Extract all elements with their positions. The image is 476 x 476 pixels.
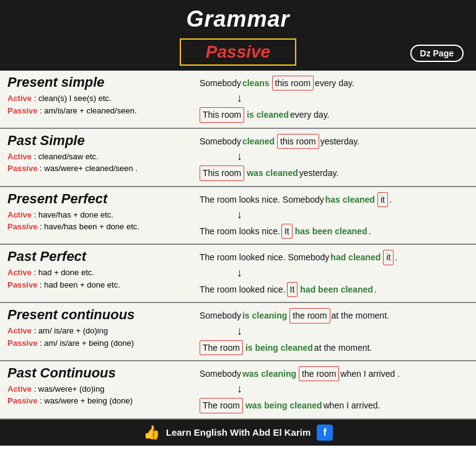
active-label: Active [7,326,32,335]
section-past-continuous: Past ContinuousActive : was/were+ (do)in… [0,361,476,420]
passive-rule-text: : was/were + being (done) [37,396,133,405]
passive-label: Passive [7,338,37,348]
passive-label: Passive [7,106,37,115]
active-rule-text: : had + done etc. [32,268,94,277]
passive-rule-text: : had been + done etc. [37,280,120,289]
active-rule-text: : was/were+ (do)ing [32,384,104,394]
active-rule-present-continuous: Active : am/ is/are + (do)ing [7,325,187,337]
active-example-past-continuous: Somebody was cleaning the room when I ar… [200,366,469,381]
footer: 👍 Learn English With Abd El Karim f [0,420,476,446]
active-rule-text: : clean(s) I see(s) etc. [32,94,112,103]
active-example-present-simple: Somebody cleans this room every day. [200,76,469,90]
passive-rule-text: : am/ is/are + being (done) [37,338,134,348]
section-title-present-continuous: Present continuous [7,307,187,323]
arrow-present-continuous: ↓ [237,325,469,338]
arrow-present-simple: ↓ [237,92,469,105]
active-example-present-perfect: The room looks nice. Somebody has cleane… [200,192,469,207]
passive-rule-past-continuous: Passive : was/were + being (done) [7,395,187,407]
section-title-past-simple: Past Simple [7,133,187,149]
active-label: Active [7,94,32,103]
passive-example-past-simple: This room was cleaned yesterday. [200,165,469,180]
left-col-present-continuous: Present continuousActive : am/ is/are + … [7,307,193,349]
footer-label: Learn English With Abd El Karim [166,427,311,438]
active-rule-text: : cleaned/saw etc. [32,152,99,161]
passive-rule-present-simple: Passive : am/is/are + cleaned/seen. [7,105,187,117]
passive-rule-past-simple: Passive : was/were+ cleaned/seen . [7,162,187,175]
active-example-present-continuous: Somebody is cleaning the room at the mom… [200,308,469,323]
section-title-past-perfect: Past Perfect [7,249,187,265]
active-rule-past-simple: Active : cleaned/saw etc. [7,151,187,163]
active-example-past-simple: Somebody cleaned this room yesterday. [200,134,469,149]
right-col-present-simple: Somebody cleans this room every day.↓Thi… [193,74,469,124]
section-present-perfect: Present PerfectActive : have/has + done … [0,187,476,245]
left-col-past-continuous: Past ContinuousActive : was/were+ (do)in… [7,365,193,407]
section-title-present-perfect: Present Perfect [7,191,187,207]
passive-example-present-perfect: The room looks nice. It has been cleaned… [200,224,469,239]
passive-box: Passive [180,38,296,66]
content: Present simpleActive : clean(s) I see(s)… [0,71,476,420]
right-col-present-perfect: The room looks nice. Somebody has cleane… [193,191,469,240]
arrow-past-continuous: ↓ [237,382,469,395]
dz-page-badge: Dz Page [410,45,464,62]
active-rule-past-continuous: Active : was/were+ (do)ing [7,383,187,395]
passive-label: Passive [7,164,37,173]
passive-rule-text: : was/were+ cleaned/seen . [37,164,138,173]
section-title-present-simple: Present simple [7,74,187,90]
arrow-past-simple: ↓ [237,150,469,163]
left-col-present-perfect: Present PerfectActive : have/has + done … [7,191,193,233]
arrow-present-perfect: ↓ [237,208,469,221]
active-rule-text: : am/ is/are + (do)ing [32,326,108,335]
passive-rule-present-continuous: Passive : am/ is/are + being (done) [7,337,187,350]
active-rule-text: : have/has + done etc. [32,210,113,219]
passive-label: Passive [7,222,37,231]
passive-label: Passive [206,42,270,61]
right-col-past-perfect: The room looked nice. Somebody had clean… [193,249,469,298]
active-example-past-perfect: The room looked nice. Somebody had clean… [200,250,469,265]
passive-label: Passive [7,396,37,405]
page-title: Grammar [186,6,289,32]
facebook-icon: f [317,425,333,441]
active-rule-past-perfect: Active : had + done etc. [7,267,187,279]
section-present-simple: Present simpleActive : clean(s) I see(s)… [0,71,476,129]
active-label: Active [7,152,32,161]
header: Grammar [0,0,476,36]
right-col-past-continuous: Somebody was cleaning the room when I ar… [193,365,469,415]
left-col-past-perfect: Past PerfectActive : had + done etc.Pass… [7,249,193,291]
section-title-past-continuous: Past Continuous [7,365,187,381]
passive-rule-present-perfect: Passive : have/has been + done etc. [7,221,187,233]
section-past-simple: Past SimpleActive : cleaned/saw etc.Pass… [0,129,476,187]
passive-label: Passive [7,280,37,289]
left-col-present-simple: Present simpleActive : clean(s) I see(s)… [7,74,193,117]
section-present-continuous: Present continuousActive : am/ is/are + … [0,303,476,361]
passive-banner: Passive Dz Page [0,36,476,71]
passive-example-present-simple: This room is cleaned every day. [200,107,469,122]
active-label: Active [7,210,32,219]
passive-rule-past-perfect: Passive : had been + done etc. [7,279,187,291]
active-label: Active [7,384,32,394]
right-col-present-continuous: Somebody is cleaning the room at the mom… [193,307,469,356]
left-col-past-simple: Past SimpleActive : cleaned/saw etc.Pass… [7,133,193,175]
active-rule-present-simple: Active : clean(s) I see(s) etc. [7,92,187,105]
active-label: Active [7,268,32,277]
passive-rule-text: : am/is/are + cleaned/seen. [37,106,136,115]
passive-example-present-continuous: The room is being cleaned at the moment. [200,340,469,355]
section-past-perfect: Past PerfectActive : had + done etc.Pass… [0,245,476,303]
thumb-icon: 👍 [143,425,160,441]
active-rule-present-perfect: Active : have/has + done etc. [7,209,187,221]
passive-example-past-continuous: The room was being cleaned when I arrive… [200,398,469,413]
passive-example-past-perfect: The room looked nice. It had been cleane… [200,282,469,297]
right-col-past-simple: Somebody cleaned this room yesterday.↓Th… [193,133,469,182]
passive-rule-text: : have/has been + done etc. [37,222,139,231]
arrow-past-perfect: ↓ [237,267,469,280]
